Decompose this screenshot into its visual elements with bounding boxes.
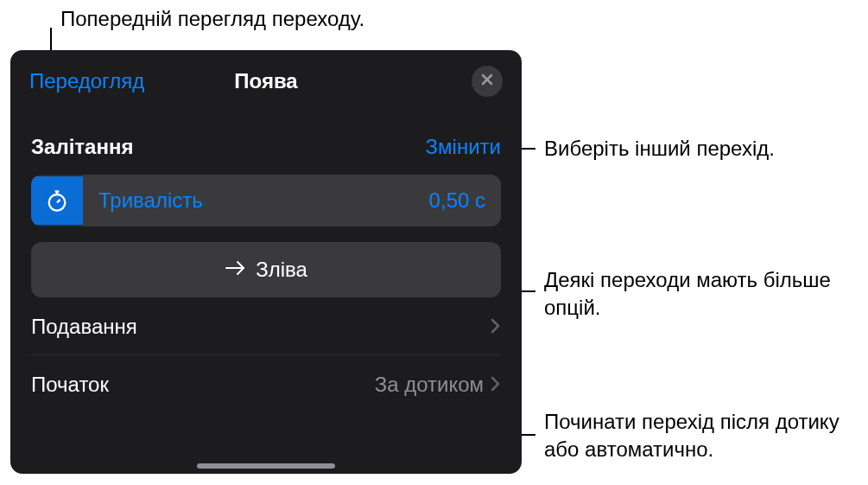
delivery-label: Подавання (31, 315, 137, 339)
start-value: За дотиком (375, 373, 484, 397)
close-button[interactable] (472, 66, 503, 97)
start-label: Початок (31, 373, 109, 397)
start-row[interactable]: Початок За дотиком (10, 355, 522, 423)
transition-panel: Передогляд Поява Залітання Змінити (10, 50, 522, 474)
preview-button[interactable]: Передогляд (29, 69, 144, 93)
callout-preview: Попередній перегляд переходу. (60, 5, 364, 33)
direction-label: Зліва (256, 258, 307, 282)
arrow-right-icon (225, 258, 247, 282)
callout-change: Виберіть інший перехід. (544, 135, 775, 163)
callout-direction: Деякі переходи мають більше опцій. (544, 266, 868, 322)
delivery-row[interactable]: Подавання (10, 297, 522, 354)
duration-label: Тривалість (98, 188, 203, 213)
panel-header: Передогляд Поява (10, 50, 522, 109)
svg-point-2 (49, 195, 66, 211)
transition-section-header: Залітання Змінити (10, 109, 522, 171)
duration-value: 0,50 с (429, 188, 485, 213)
callout-start: Починати перехід після дотику або автома… (544, 408, 855, 464)
close-icon (480, 73, 494, 90)
home-indicator (197, 463, 335, 469)
direction-button[interactable]: Зліва (31, 242, 501, 297)
stopwatch-icon (31, 176, 83, 225)
svg-line-3 (57, 200, 60, 203)
duration-card[interactable]: Тривалість 0,50 с (31, 175, 501, 227)
panel-title: Поява (234, 69, 297, 93)
transition-name: Залітання (31, 135, 133, 159)
chevron-right-icon (491, 315, 501, 339)
chevron-right-icon (491, 373, 501, 397)
change-button[interactable]: Змінити (426, 135, 501, 159)
